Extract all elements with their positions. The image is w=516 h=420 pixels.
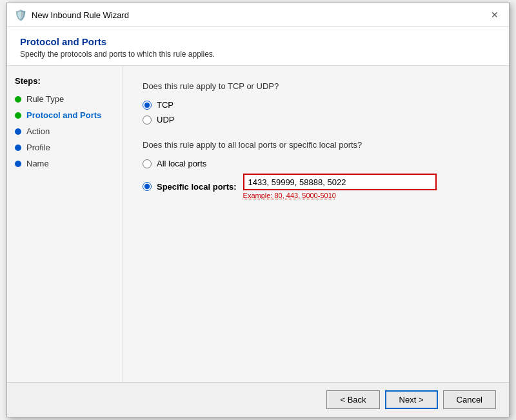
steps-label: Steps: [7, 76, 123, 91]
all-ports-radio[interactable] [143, 159, 152, 168]
tcp-label: TCP [157, 100, 174, 110]
sidebar-item-label-profile: Profile [26, 143, 50, 152]
page-subtitle: Specify the protocols and ports to which… [20, 50, 496, 59]
dialog-title: New Inbound Rule Wizard [32, 10, 129, 20]
udp-radio-item[interactable]: UDP [143, 115, 490, 125]
tcp-udp-radio-group: TCP UDP [143, 100, 490, 125]
step-dot-action [15, 128, 21, 135]
tcp-udp-question: Does this rule apply to TCP or UDP? [143, 81, 490, 91]
sidebar-item-name[interactable]: Name [7, 155, 123, 172]
specific-ports-radio[interactable] [143, 182, 152, 191]
udp-label: UDP [157, 115, 174, 125]
sidebar-item-action[interactable]: Action [7, 123, 123, 139]
next-button[interactable]: Next > [385, 390, 438, 409]
tcp-radio-item[interactable]: TCP [143, 100, 490, 110]
step-dot-protocol-ports [15, 112, 21, 119]
title-bar: 🛡️ New Inbound Rule Wizard ✕ [7, 3, 509, 27]
close-button[interactable]: ✕ [488, 8, 501, 21]
port-example: Example: 80, 443, 5000-5010 [243, 192, 437, 199]
sidebar-item-protocol-ports[interactable]: Protocol and Ports [7, 107, 123, 123]
step-dot-name [15, 161, 21, 167]
main-panel: Does this rule apply to TCP or UDP? TCP … [123, 66, 509, 382]
ports-question: Does this rule apply to all local ports … [143, 140, 490, 150]
wizard-icon: 🛡️ [15, 9, 26, 21]
specific-ports-label: Specific local ports: [157, 182, 237, 192]
page-header: Protocol and Ports Specify the protocols… [7, 27, 509, 66]
all-ports-radio-item[interactable]: All local ports [143, 159, 490, 168]
content-area: Steps: Rule Type Protocol and Ports Acti… [7, 66, 509, 382]
specific-ports-radio-item[interactable]: Specific local ports: [143, 182, 237, 192]
page-title: Protocol and Ports [20, 36, 496, 47]
all-ports-label: All local ports [157, 159, 206, 168]
sidebar-item-label-action: Action [26, 126, 50, 136]
sidebar-item-label-rule-type: Rule Type [26, 94, 64, 104]
dialog-window: 🛡️ New Inbound Rule Wizard ✕ Protocol an… [6, 3, 510, 417]
footer: < Back Next > Cancel [7, 382, 509, 417]
specific-ports-row: Specific local ports: Example: 80, 443, … [143, 174, 490, 199]
step-dot-rule-type [15, 96, 21, 103]
port-input[interactable] [243, 174, 437, 190]
sidebar-item-label-name: Name [26, 159, 49, 168]
back-button[interactable]: < Back [326, 390, 379, 409]
sidebar: Steps: Rule Type Protocol and Ports Acti… [7, 66, 123, 382]
cancel-button[interactable]: Cancel [443, 390, 496, 409]
step-dot-profile [15, 145, 21, 151]
ports-radio-group: All local ports Specific local ports: Ex… [143, 159, 490, 199]
udp-radio[interactable] [143, 115, 152, 125]
title-bar-left: 🛡️ New Inbound Rule Wizard [15, 9, 129, 21]
tcp-radio[interactable] [143, 101, 152, 110]
sidebar-item-profile[interactable]: Profile [7, 139, 123, 155]
port-input-wrapper: Example: 80, 443, 5000-5010 [243, 174, 437, 199]
sidebar-item-rule-type[interactable]: Rule Type [7, 91, 123, 107]
sidebar-item-label-protocol-ports: Protocol and Ports [26, 110, 101, 120]
